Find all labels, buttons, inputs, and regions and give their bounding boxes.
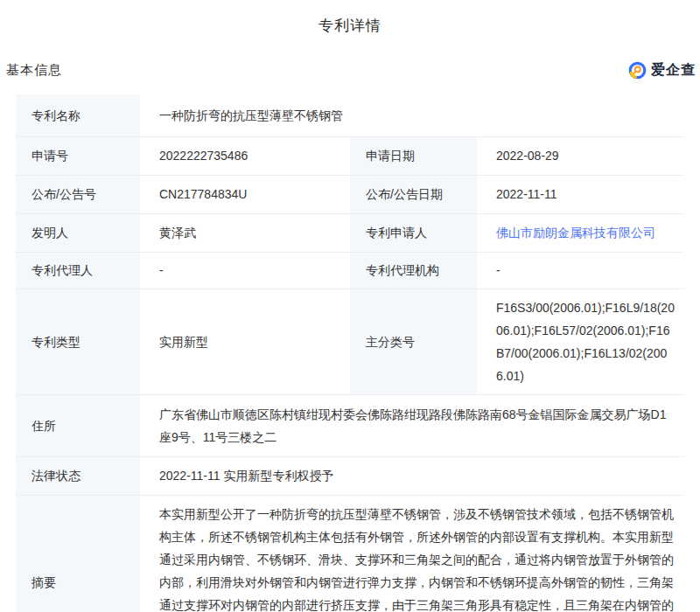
publication-date-label: 公布/公告日期 bbox=[350, 175, 477, 213]
publication-date-value: 2022-11-11 bbox=[477, 175, 684, 213]
agency-label: 专利代理机构 bbox=[350, 252, 477, 289]
patent-info-table: 专利名称 一种防折弯的抗压型薄壁不锈钢管 申请号 2022222735486 申… bbox=[16, 94, 684, 612]
patent-agent-value: - bbox=[140, 252, 350, 289]
address-label: 住所 bbox=[16, 394, 140, 456]
page-title: 专利详情 bbox=[0, 0, 700, 36]
patent-type-value: 实用新型 bbox=[140, 289, 350, 394]
address-value: 广东省佛山市顺德区陈村镇绀现村委会佛陈路绀现路段佛陈路南68号金锠国际金属交易广… bbox=[140, 394, 684, 456]
table-row: 发明人 黄泽武 专利申请人 佛山市励朗金属科技有限公司 bbox=[16, 213, 684, 252]
abstract-value: 本实用新型公开了一种防折弯的抗压型薄壁不锈钢管，涉及不锈钢管技术领域，包括不锈钢… bbox=[140, 495, 684, 612]
patent-type-label: 专利类型 bbox=[16, 289, 140, 394]
inventor-value: 黄泽武 bbox=[140, 213, 350, 252]
patent-name-value: 一种防折弯的抗压型薄壁不锈钢管 bbox=[140, 94, 684, 136]
table-row: 住所 广东省佛山市顺德区陈村镇绀现村委会佛陈路绀现路段佛陈路南68号金锠国际金属… bbox=[16, 394, 684, 456]
publication-number-label: 公布/公告号 bbox=[16, 175, 140, 213]
patent-agent-label: 专利代理人 bbox=[16, 252, 140, 289]
applicant-value: 佛山市励朗金属科技有限公司 bbox=[477, 213, 684, 252]
table-row: 专利代理人 - 专利代理机构 - bbox=[16, 252, 684, 289]
application-date-label: 申请日期 bbox=[350, 136, 477, 175]
legal-status-label: 法律状态 bbox=[16, 456, 140, 495]
table-row: 公布/公告号 CN217784834U 公布/公告日期 2022-11-11 bbox=[16, 175, 684, 213]
aiqicha-magnifier-icon bbox=[627, 60, 648, 80]
table-row: 专利类型 实用新型 主分类号 F16S3/00(2006.01);F16L9/1… bbox=[16, 289, 684, 394]
table-row: 法律状态 2022-11-11 实用新型专利权授予 bbox=[16, 456, 684, 495]
applicant-link[interactable]: 佛山市励朗金属科技有限公司 bbox=[496, 226, 655, 240]
section-header: 基本信息 爱企查 bbox=[0, 60, 700, 80]
application-number-value: 2022222735486 bbox=[140, 136, 350, 175]
aiqicha-logo[interactable]: 爱企查 bbox=[627, 60, 696, 80]
main-classification-value: F16S3/00(2006.01);F16L9/18(2006.01);F16L… bbox=[477, 289, 684, 394]
inventor-label: 发明人 bbox=[16, 213, 140, 252]
section-title: 基本信息 bbox=[6, 62, 62, 79]
agency-value: - bbox=[477, 252, 684, 289]
table-row: 摘要 本实用新型公开了一种防折弯的抗压型薄壁不锈钢管，涉及不锈钢管技术领域，包括… bbox=[16, 495, 684, 612]
application-number-label: 申请号 bbox=[16, 136, 140, 175]
legal-status-value: 2022-11-11 实用新型专利权授予 bbox=[140, 456, 684, 495]
table-row: 申请号 2022222735486 申请日期 2022-08-29 bbox=[16, 136, 684, 175]
table-row: 专利名称 一种防折弯的抗压型薄壁不锈钢管 bbox=[16, 94, 684, 136]
patent-name-label: 专利名称 bbox=[16, 94, 140, 136]
abstract-label: 摘要 bbox=[16, 495, 140, 612]
application-date-value: 2022-08-29 bbox=[477, 136, 684, 175]
applicant-label: 专利申请人 bbox=[350, 213, 477, 252]
aiqicha-logo-text: 爱企查 bbox=[651, 61, 696, 80]
main-classification-label: 主分类号 bbox=[350, 289, 477, 394]
publication-number-value: CN217784834U bbox=[140, 175, 350, 213]
